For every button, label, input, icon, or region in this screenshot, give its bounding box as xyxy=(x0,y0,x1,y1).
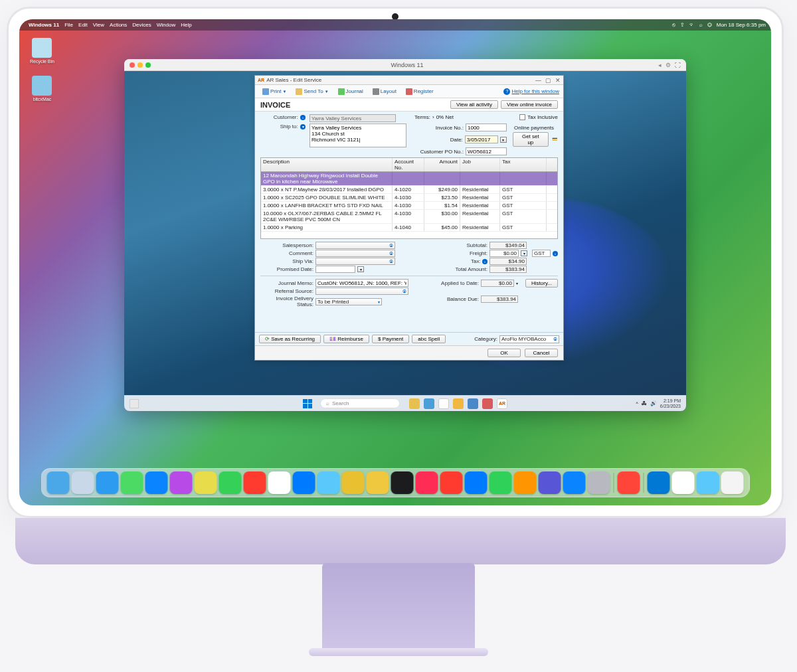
start-button[interactable] xyxy=(303,399,312,408)
vm-gear-icon[interactable]: ⚙ xyxy=(665,62,671,68)
dock-app-icon[interactable] xyxy=(391,471,414,494)
dock-app-icon[interactable] xyxy=(47,471,70,494)
tray-chevron-icon[interactable]: ^ xyxy=(636,401,638,406)
dock-app-icon[interactable] xyxy=(244,471,266,494)
vm-titlebar[interactable]: Windows 11 ◂⚙⛶ xyxy=(124,59,686,71)
dock-app-icon[interactable] xyxy=(539,471,561,494)
help-link[interactable]: ?Help for this window xyxy=(503,88,559,95)
freight-field[interactable]: $0.00 xyxy=(489,250,519,257)
control-center-icon[interactable]: ⏣ xyxy=(707,22,712,28)
tray-volume-icon[interactable]: 🔊 xyxy=(650,400,657,406)
dock-app-icon[interactable] xyxy=(145,471,168,494)
menu-view[interactable]: View xyxy=(93,22,104,28)
view-activity-button[interactable]: View all activity xyxy=(450,100,498,109)
dock-app-icon[interactable] xyxy=(268,471,291,494)
share-icon[interactable]: ⇪ xyxy=(680,22,685,28)
dock-app-icon[interactable] xyxy=(219,471,242,494)
minimize-icon[interactable]: — xyxy=(535,77,541,84)
shipvia-select[interactable]: ⦿ xyxy=(315,258,395,265)
menu-devices[interactable]: Devices xyxy=(132,22,151,28)
myob-taskbar-icon[interactable]: AR xyxy=(497,398,507,409)
taskbar-search[interactable]: ⌕Search xyxy=(320,398,400,408)
journal-memo-field[interactable] xyxy=(315,279,408,287)
dock-app-icon[interactable] xyxy=(416,471,438,494)
dock-app-icon[interactable] xyxy=(672,471,695,494)
calendar-icon[interactable]: ▾ xyxy=(500,137,507,143)
col-account[interactable]: Account No. xyxy=(393,158,424,171)
category-select[interactable]: AroFlo MYOBAcco⦿ xyxy=(499,335,559,343)
menubar-clock[interactable]: Mon 18 Sep 6:35 pm xyxy=(717,22,766,28)
tray-icon[interactable] xyxy=(438,398,449,409)
layout-button[interactable]: Layout xyxy=(369,87,400,96)
vm-fullscreen-icon[interactable]: ⛶ xyxy=(675,62,681,68)
close-icon[interactable]: ✕ xyxy=(555,77,561,84)
customer-field[interactable]: Yarra Valley Services xyxy=(310,114,396,122)
table-row[interactable]: 1.0000 x Parking4-1040$45.00ResidentialG… xyxy=(261,224,557,232)
dock-app-icon[interactable] xyxy=(563,471,586,494)
menu-file[interactable]: File xyxy=(64,22,73,28)
app-name[interactable]: Windows 11 xyxy=(29,22,59,28)
traffic-lights[interactable] xyxy=(130,62,151,68)
tray-icon[interactable] xyxy=(482,398,493,409)
register-button[interactable]: Register xyxy=(402,87,437,96)
folder-icon[interactable]: bitcxMac xyxy=(30,76,54,102)
date-field[interactable] xyxy=(465,135,498,143)
edge-icon[interactable] xyxy=(468,398,478,409)
ok-button[interactable]: OK xyxy=(487,349,521,357)
dock-app-icon[interactable] xyxy=(721,471,744,494)
maximize-icon[interactable]: ▢ xyxy=(545,77,551,84)
shipto-dropdown-icon[interactable]: ▾ xyxy=(300,124,306,129)
spell-button[interactable]: abc Spell xyxy=(412,335,446,343)
getsetup-button[interactable]: Get set up xyxy=(513,132,549,147)
dock-app-icon[interactable] xyxy=(697,471,719,494)
dock-app-icon[interactable] xyxy=(588,471,610,494)
dock-app-icon[interactable] xyxy=(618,471,640,494)
table-row[interactable]: 1.0000 x LANFHB BRACKET MTG STD FXD NAIL… xyxy=(261,202,557,210)
table-row[interactable]: 3.0000 x NT P.Mayhew 28/03/2017 Installe… xyxy=(261,186,557,194)
reimburse-button[interactable]: 💷 Reimburse xyxy=(323,335,369,343)
dock-app-icon[interactable] xyxy=(489,471,512,494)
salesperson-select[interactable]: ⦿ xyxy=(315,242,395,249)
calendar-icon[interactable]: ▾ xyxy=(357,266,364,272)
menu-window[interactable]: Window xyxy=(157,22,175,28)
tray-icon[interactable] xyxy=(424,398,434,409)
dock-app-icon[interactable] xyxy=(440,471,463,494)
print-button[interactable]: Print▼ xyxy=(259,87,290,96)
dock-app-icon[interactable] xyxy=(342,471,365,494)
col-amount[interactable]: Amount xyxy=(424,158,460,171)
save-recurring-button[interactable]: ⟳ Save as Recurring xyxy=(259,335,321,343)
tax-inclusive-checkbox[interactable] xyxy=(519,114,525,120)
explorer-icon[interactable] xyxy=(453,398,464,409)
freight-tax-field[interactable]: GST xyxy=(532,250,551,257)
dock-app-icon[interactable] xyxy=(367,471,389,494)
referral-select[interactable]: ⦿ xyxy=(315,288,408,295)
invoice-no-field[interactable] xyxy=(466,124,507,131)
applied-dropdown-icon[interactable]: ▾ xyxy=(516,281,521,286)
customer-po-field[interactable] xyxy=(466,147,507,155)
tray-icon[interactable] xyxy=(409,398,420,409)
history-button[interactable]: History... xyxy=(525,279,558,288)
sendto-button[interactable]: Send To▼ xyxy=(292,87,331,96)
view-online-invoice-button[interactable]: View online invoice xyxy=(501,100,558,109)
table-row[interactable]: 1.0000 x SC2025 GPO DOUBLE SLIMLINE WHIT… xyxy=(261,194,557,202)
taskbar-clock[interactable]: 2:19 PM6/23/2023 xyxy=(660,398,681,408)
dock-app-icon[interactable] xyxy=(465,471,487,494)
dock-app-icon[interactable] xyxy=(317,471,340,494)
dock-app-icon[interactable] xyxy=(514,471,537,494)
col-description[interactable]: Description xyxy=(261,158,393,171)
terms-lookup-icon[interactable]: › xyxy=(432,114,434,120)
journal-button[interactable]: Journal xyxy=(335,87,367,96)
dock-app-icon[interactable] xyxy=(96,471,119,494)
dock-app-icon[interactable] xyxy=(195,471,217,494)
table-row[interactable]: 10.0000 x OLX7/067-2ERBAS CABLE 2.5MM2 F… xyxy=(261,210,557,224)
payment-button[interactable]: $ Payment xyxy=(372,335,409,343)
tray-network-icon[interactable]: 🖧 xyxy=(642,400,647,406)
dock-app-icon[interactable] xyxy=(72,471,94,494)
dock-app-icon[interactable] xyxy=(121,471,143,494)
recycle-bin-icon[interactable]: Recycle Bin xyxy=(30,38,54,64)
spotlight-icon[interactable]: ⌕ xyxy=(699,22,703,28)
menu-edit[interactable]: Edit xyxy=(78,22,88,28)
dock-app-icon[interactable] xyxy=(648,471,670,494)
menu-actions[interactable]: Actions xyxy=(110,22,127,28)
widgets-icon[interactable] xyxy=(130,399,139,408)
